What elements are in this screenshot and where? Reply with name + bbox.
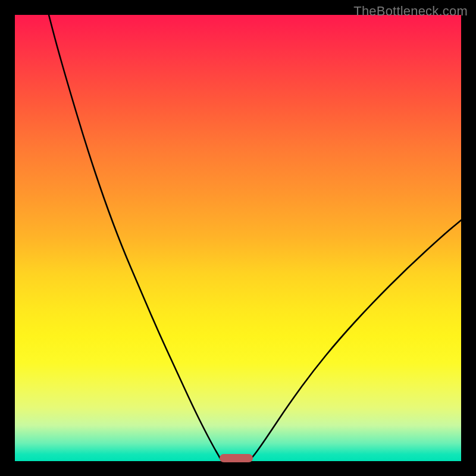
left-branch-curve (49, 15, 221, 459)
right-branch-curve (250, 220, 461, 459)
plot-area (15, 15, 461, 461)
watermark-text: TheBottleneck.com (353, 4, 468, 19)
curves-svg (15, 15, 461, 461)
bottom-marker (220, 454, 253, 462)
figure-frame: TheBottleneck.com (0, 0, 476, 476)
